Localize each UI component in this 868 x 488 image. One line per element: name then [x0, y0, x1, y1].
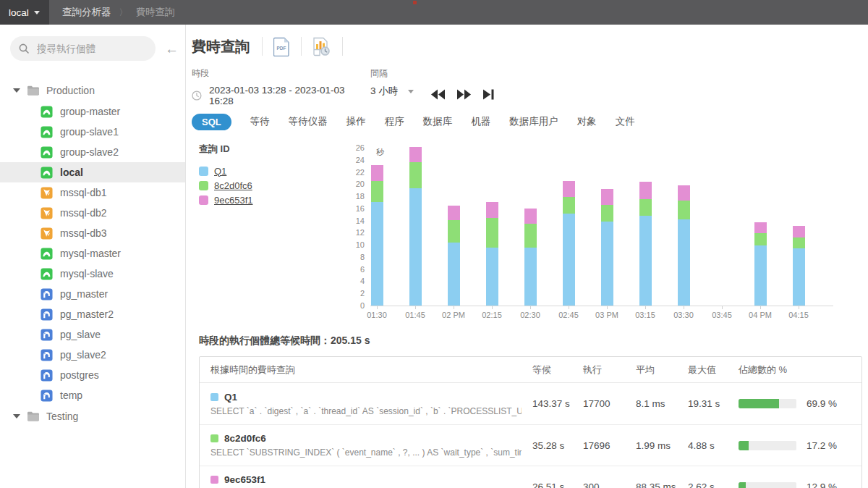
sidebar-item-group-slave1[interactable]: group-slave1: [0, 122, 185, 142]
mysql-icon: [41, 268, 53, 280]
instance-selector[interactable]: local: [0, 0, 49, 25]
bar-segment-8c2d0fc6[interactable]: [448, 220, 460, 243]
legend-item-9ec653f1: 9ec653f1: [199, 193, 253, 207]
step-back-icon[interactable]: [431, 89, 445, 100]
sidebar-item-pg-master2[interactable]: pg_master2: [0, 304, 185, 324]
bar-segment-8c2d0fc6[interactable]: [486, 218, 498, 248]
bar-segment-q1[interactable]: [524, 248, 537, 306]
tab-operation[interactable]: 操作: [346, 115, 366, 128]
bar-segment-9ec653f1[interactable]: [639, 182, 652, 199]
postgres-icon: [41, 349, 53, 361]
tab-wait-instrument[interactable]: 等待仪器: [289, 115, 328, 128]
bar-segment-q1[interactable]: [371, 202, 383, 306]
collapse-sidebar-button[interactable]: ←: [165, 42, 179, 56]
tab-machine[interactable]: 机器: [471, 115, 490, 128]
bar-segment-8c2d0fc6[interactable]: [524, 224, 537, 248]
bar-segment-q1[interactable]: [678, 219, 690, 306]
legend-query-link[interactable]: 9ec653f1: [214, 195, 253, 206]
axis-tick: [760, 306, 761, 309]
query-link[interactable]: 8c2d0fc6: [224, 433, 266, 444]
sidebar-item-group-master[interactable]: group-master: [0, 101, 185, 122]
scheduled-report-button[interactable]: [312, 37, 331, 56]
sidebar-item-mysql-slave[interactable]: mysql-slave: [0, 264, 185, 284]
tab-program[interactable]: 程序: [385, 115, 404, 128]
bar-segment-8c2d0fc6[interactable]: [793, 237, 805, 248]
y-axis-tick-label: 18: [341, 191, 365, 201]
bar-segment-9ec653f1[interactable]: [371, 165, 383, 181]
sidebar-item-mssql-db3[interactable]: mssql-db3: [0, 223, 185, 243]
bar-segment-q1[interactable]: [563, 214, 575, 306]
tab-database[interactable]: 数据库: [423, 115, 453, 128]
tab-wait[interactable]: 等待: [250, 115, 270, 128]
cell-max: 4.88 s: [688, 440, 739, 451]
step-forward-icon[interactable]: [457, 89, 471, 100]
y-axis-tick-label: 20: [341, 179, 365, 189]
sidebar-item-mysql-master[interactable]: mysql-master: [0, 243, 185, 264]
query-color-swatch: [210, 393, 218, 401]
interval-label: 間隔: [370, 67, 414, 80]
tab-database-user[interactable]: 数据库用户: [509, 115, 558, 128]
bar-segment-q1[interactable]: [486, 248, 498, 306]
bar-segment-q1[interactable]: [409, 188, 422, 306]
interval-select[interactable]: 3 小時: [370, 85, 414, 98]
sidebar-item-pg-slave2[interactable]: pg_slave2: [0, 345, 185, 365]
table-row-q1: Q1SELECT `a` . `digest` , `a` . `thread_…: [200, 383, 861, 424]
bar-segment-q1[interactable]: [754, 245, 767, 306]
instance-label: mysql-master: [60, 248, 121, 259]
query-link[interactable]: Q1: [224, 392, 237, 403]
bar-segment-8c2d0fc6[interactable]: [754, 233, 767, 245]
bar-segment-9ec653f1[interactable]: [754, 222, 767, 233]
bar-segment-9ec653f1[interactable]: [486, 202, 498, 219]
breadcrumb: 查詢分析器 〉 費時查詢: [62, 0, 175, 25]
column-header-1: 等候: [532, 363, 583, 376]
folder-icon: [27, 85, 40, 96]
search-box[interactable]: [10, 36, 156, 61]
time-range-picker[interactable]: 2023-01-03 13:28 - 2023-01-03 16:28: [192, 85, 370, 106]
column-header-2: 執行: [583, 363, 636, 376]
bar-segment-9ec653f1[interactable]: [793, 226, 805, 237]
breadcrumb-query-analyzer[interactable]: 查詢分析器: [62, 6, 111, 19]
x-axis-tick-label: 04 PM: [739, 311, 782, 319]
bar-segment-9ec653f1[interactable]: [448, 206, 460, 220]
bar-segment-q1[interactable]: [639, 216, 652, 306]
sidebar-item-pg-slave[interactable]: pg_slave: [0, 324, 185, 345]
legend-query-link[interactable]: 8c2d0fc6: [214, 180, 252, 191]
interval-value: 3 小時: [370, 85, 398, 98]
tree-group-production[interactable]: Production: [0, 80, 185, 101]
axis-tick: [722, 306, 723, 309]
bar-segment-q1[interactable]: [793, 248, 805, 306]
chevron-down-icon: [13, 88, 20, 93]
bar-segment-q1[interactable]: [601, 222, 613, 306]
bar-segment-8c2d0fc6[interactable]: [409, 162, 422, 188]
tab-sql[interactable]: SQL: [192, 114, 231, 130]
bar-segment-9ec653f1[interactable]: [678, 185, 690, 201]
tab-object[interactable]: 对象: [577, 115, 597, 128]
sidebar-item-mssql-db2[interactable]: mssql-db2: [0, 203, 185, 223]
mysql-icon: [41, 146, 53, 159]
bar-segment-8c2d0fc6[interactable]: [678, 201, 690, 219]
sidebar-item-group-slave2[interactable]: group-slave2: [0, 142, 185, 162]
sidebar-item-local[interactable]: local: [0, 162, 185, 182]
tab-file[interactable]: 文件: [616, 115, 635, 128]
bar-segment-9ec653f1[interactable]: [563, 181, 575, 197]
sidebar-item-mssql-db1[interactable]: mssql-db1: [0, 182, 185, 203]
bar-segment-8c2d0fc6[interactable]: [563, 197, 575, 214]
bar-segment-8c2d0fc6[interactable]: [601, 205, 613, 222]
bar-segment-9ec653f1[interactable]: [601, 189, 613, 205]
legend-query-link[interactable]: Q1: [214, 166, 226, 177]
sidebar-item-postgres[interactable]: postgres: [0, 365, 185, 385]
tree-group-testing[interactable]: Testing: [0, 405, 185, 427]
bar-segment-8c2d0fc6[interactable]: [639, 199, 652, 216]
bar-segment-9ec653f1[interactable]: [524, 209, 537, 224]
bar-segment-q1[interactable]: [448, 243, 460, 306]
export-pdf-button[interactable]: PDF: [273, 37, 290, 56]
instance-label: pg_master2: [60, 308, 114, 320]
y-axis-tick-label: 14: [341, 216, 365, 226]
sidebar-item-pg-master[interactable]: pg_master: [0, 284, 185, 304]
query-link[interactable]: 9ec653f1: [224, 474, 265, 485]
search-input[interactable]: [35, 43, 144, 55]
bar-segment-9ec653f1[interactable]: [409, 147, 422, 162]
bar-segment-8c2d0fc6[interactable]: [371, 181, 383, 202]
sidebar-item-temp[interactable]: temp: [0, 385, 185, 405]
skip-to-end-icon[interactable]: [483, 89, 494, 100]
